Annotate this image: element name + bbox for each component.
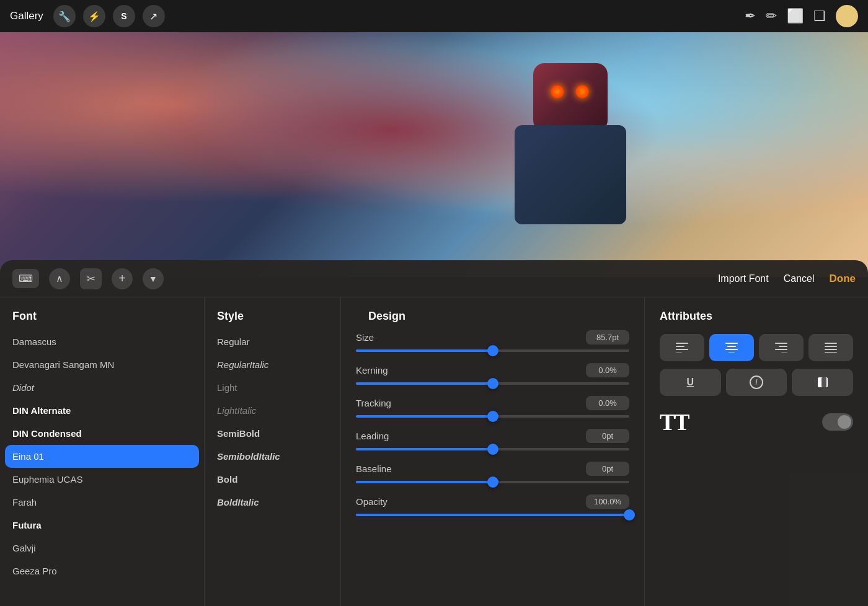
tt-row: TT — [660, 408, 853, 436]
font-panel-title: Font — [0, 310, 204, 330]
svg-rect-5 — [727, 346, 736, 347]
font-item-euphemia[interactable]: Euphemia UCAS — [0, 468, 204, 491]
style-semibold-italic[interactable]: SemiboldItalic — [205, 445, 340, 468]
leading-slider[interactable] — [356, 448, 629, 450]
leading-label: Leading — [356, 431, 389, 441]
panels-row: Font Damascus Devanagari Sangam MN Didot… — [0, 297, 868, 606]
font-item-farah[interactable]: Farah — [0, 491, 204, 514]
align-right-button[interactable] — [759, 334, 804, 361]
lightning-button[interactable]: ⚡ — [83, 5, 105, 27]
kerning-value: 0.0% — [586, 363, 629, 377]
done-button[interactable]: Done — [830, 273, 856, 285]
style-regular-italic[interactable]: RegularItalic — [205, 353, 340, 376]
kerning-row: Kerning 0.0% — [356, 363, 629, 385]
top-bar-left: Gallery 🔧 ⚡ S ↗ — [10, 5, 165, 27]
align-justify-button[interactable] — [808, 334, 853, 361]
font-item-didot[interactable]: Didot — [0, 376, 204, 399]
font-item-geeza[interactable]: Geeza Pro — [0, 560, 204, 582]
bottom-panel: ⌨ ∧ ✂ + ▼ Import Font Cancel Done Font D… — [0, 260, 868, 606]
opacity-slider[interactable] — [356, 514, 629, 516]
collapse-button[interactable]: ∧ — [49, 268, 70, 289]
size-row: Size 85.7pt — [356, 330, 629, 352]
svg-rect-15 — [825, 352, 837, 353]
font-item-damascus[interactable]: Damascus — [0, 330, 204, 353]
outline-button[interactable]: I — [726, 369, 787, 396]
design-panel-title: Design — [356, 310, 629, 330]
tt-label: TT — [660, 408, 689, 436]
font-item-devanagari[interactable]: Devanagari Sangam MN — [0, 353, 204, 376]
underline-button[interactable]: U — [660, 369, 721, 396]
robot-eye-right — [575, 85, 589, 99]
font-item-eina[interactable]: Eina 01 — [5, 445, 199, 468]
svg-rect-14 — [825, 349, 837, 350]
svg-rect-2 — [676, 349, 688, 350]
robot-head — [533, 63, 608, 131]
tracking-slider[interactable] — [356, 415, 629, 418]
font-panel: Font Damascus Devanagari Sangam MN Didot… — [0, 297, 205, 606]
size-slider[interactable] — [356, 349, 629, 352]
eraser-tool-icon[interactable]: ⬜ — [787, 8, 804, 24]
svg-rect-7 — [728, 352, 735, 353]
tracking-label: Tracking — [356, 398, 391, 408]
import-font-button[interactable]: Import Font — [718, 273, 769, 284]
cancel-button[interactable]: Cancel — [784, 273, 815, 284]
svg-rect-1 — [676, 346, 684, 347]
font-item-din-alternate[interactable]: DIN Alternate — [0, 399, 204, 422]
toolbar-row: ⌨ ∧ ✂ + ▼ Import Font Cancel Done — [0, 260, 868, 297]
s-button[interactable]: S — [113, 5, 135, 27]
size-label: Size — [356, 332, 374, 343]
svg-rect-13 — [825, 346, 837, 347]
dropdown-button[interactable]: ▼ — [143, 268, 164, 289]
attributes-title: Attributes — [660, 310, 853, 323]
kerning-label: Kerning — [356, 365, 388, 375]
svg-rect-6 — [725, 349, 738, 350]
style-bold[interactable]: Bold — [205, 468, 340, 491]
svg-rect-9 — [779, 346, 787, 347]
style-light[interactable]: Light — [205, 376, 340, 399]
baseline-slider[interactable] — [356, 481, 629, 483]
attributes-panel: Attributes — [645, 297, 868, 606]
svg-rect-3 — [676, 352, 682, 353]
style-bold-italic[interactable]: BoldItalic — [205, 491, 340, 514]
tracking-value: 0.0% — [586, 396, 629, 410]
pen-tool-icon[interactable]: ✒ — [745, 8, 756, 24]
font-item-futura[interactable]: Futura — [0, 514, 204, 537]
opacity-value: 100.0% — [586, 494, 629, 509]
top-bar: Gallery 🔧 ⚡ S ↗ ✒ ✏ ⬜ ❑ — [0, 0, 868, 32]
avatar[interactable] — [836, 5, 858, 27]
top-bar-right: ✒ ✏ ⬜ ❑ — [745, 5, 858, 27]
opacity-label: Opacity — [356, 496, 388, 507]
alignment-row — [660, 334, 853, 361]
leading-value: 0pt — [586, 429, 629, 443]
svg-rect-18 — [822, 377, 826, 387]
keyboard-button[interactable]: ⌨ — [12, 269, 39, 288]
robot-illustration — [502, 51, 651, 261]
style-light-italic[interactable]: LightItalic — [205, 399, 340, 422]
pencil-tool-icon[interactable]: ✏ — [766, 8, 777, 24]
tracking-row: Tracking 0.0% — [356, 396, 629, 418]
canvas-image — [0, 32, 868, 277]
svg-rect-10 — [775, 349, 787, 350]
arrow-button[interactable]: ↗ — [143, 5, 165, 27]
design-panel: Design Size 85.7pt Kerning 0.0% — [341, 297, 645, 606]
wrench-button[interactable]: 🔧 — [53, 5, 76, 27]
align-left-button[interactable] — [660, 334, 704, 361]
baseline-value: 0pt — [586, 462, 629, 476]
layers-tool-icon[interactable]: ❑ — [813, 8, 826, 24]
font-item-galvji[interactable]: Galvji — [0, 537, 204, 560]
gallery-label: Gallery — [10, 10, 43, 22]
kerning-slider[interactable] — [356, 382, 629, 385]
font-item-din-condensed[interactable]: DIN Condensed — [0, 422, 204, 445]
add-button[interactable]: + — [112, 268, 133, 289]
fill-button[interactable] — [792, 369, 853, 396]
baseline-row: Baseline 0pt — [356, 462, 629, 483]
style-semibold[interactable]: SemiBold — [205, 422, 340, 445]
svg-rect-0 — [676, 343, 688, 344]
align-center-button[interactable] — [709, 334, 754, 361]
svg-rect-8 — [775, 343, 787, 344]
tt-toggle[interactable] — [822, 413, 853, 431]
style-regular[interactable]: Regular — [205, 330, 340, 353]
scissors-button[interactable]: ✂ — [80, 268, 102, 289]
svg-rect-4 — [725, 343, 738, 344]
svg-rect-11 — [781, 352, 787, 353]
